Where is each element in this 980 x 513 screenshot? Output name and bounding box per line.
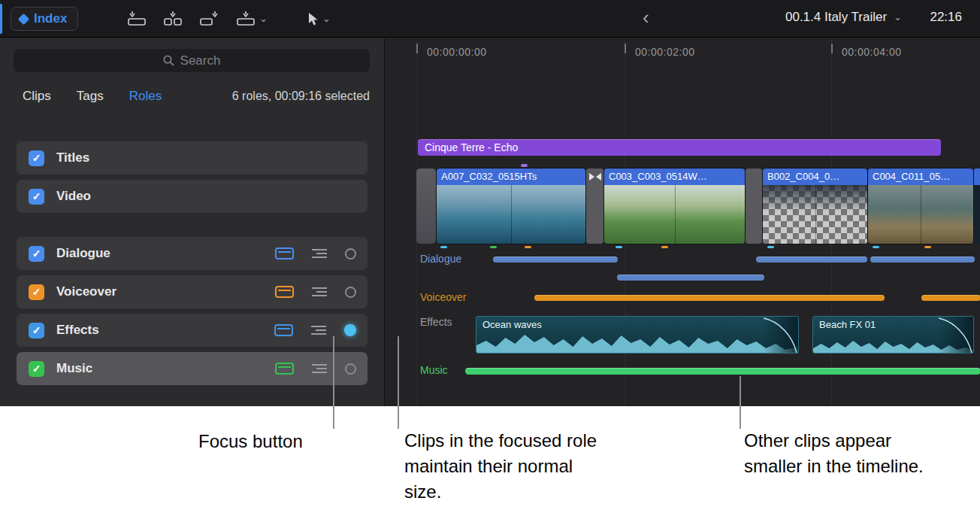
effects-audio-clip[interactable]: Beach FX 01: [812, 316, 974, 354]
chevron-down-icon: ⌄: [259, 15, 268, 23]
append-clip-icon: [199, 11, 219, 26]
role-row-controls: [274, 324, 356, 336]
video-clip[interactable]: C003_C003_0514W…: [604, 168, 745, 244]
role-row-effects[interactable]: ✓ Effects: [17, 314, 368, 347]
chevron-down-icon: ⌄: [322, 15, 331, 23]
timecode-label: 00:00:04:00: [842, 46, 901, 58]
effects-checkbox[interactable]: ✓: [29, 323, 44, 338]
toolbar: Index ⌄ ⌄ ‹: [0, 0, 980, 38]
role-label: Effects: [56, 323, 99, 338]
fade-curve: [939, 317, 973, 354]
video-clip-title: C003_C003_0514W…: [604, 168, 745, 185]
tab-clips[interactable]: Clips: [23, 89, 51, 104]
video-clip-title: C004_C011_05…: [868, 168, 973, 185]
role-row-dialogue[interactable]: ✓ Dialogue: [17, 237, 368, 270]
arrow-cursor-icon: [307, 12, 319, 26]
role-row-titles[interactable]: ✓ Titles: [17, 141, 368, 175]
voiceover-audio-clip[interactable]: [921, 295, 980, 301]
role-row-music[interactable]: ✓ Music: [17, 352, 368, 385]
index-button[interactable]: Index: [11, 7, 78, 31]
ruler-tick: [625, 44, 626, 53]
lane-label-effects: Effects: [420, 316, 452, 328]
search-input[interactable]: Search: [14, 49, 370, 72]
arrow-tool-button[interactable]: ⌄: [299, 8, 338, 29]
dialogue-audio-clip[interactable]: [493, 256, 618, 263]
video-clip[interactable]: B002_C004_0…: [763, 168, 867, 244]
role-label: Titles: [56, 150, 89, 165]
focus-button-active[interactable]: [344, 324, 356, 336]
callout-focused-role: Clips in the focused role maintain their…: [404, 428, 601, 505]
role-dot: [767, 246, 774, 248]
timecode-label: 00:00:02:00: [635, 46, 694, 58]
voiceover-checkbox[interactable]: ✓: [29, 284, 44, 300]
chevron-down-icon: ⌄: [894, 14, 902, 21]
titles-checkbox[interactable]: ✓: [29, 150, 44, 166]
subroles-icon[interactable]: [312, 287, 327, 297]
role-label: Video: [56, 189, 91, 204]
subroles-icon[interactable]: [312, 248, 327, 259]
role-dot: [490, 246, 497, 248]
role-dot: [525, 246, 531, 248]
callout-line: [740, 376, 741, 429]
role-row-controls: [275, 363, 356, 375]
tab-roles[interactable]: Roles: [129, 89, 162, 104]
audio-lanes-icon[interactable]: [274, 324, 293, 336]
video-checkbox[interactable]: ✓: [29, 189, 44, 205]
transition-stub[interactable]: [416, 168, 436, 244]
audio-lanes-icon[interactable]: [275, 247, 294, 260]
role-dot: [616, 246, 622, 248]
callout-line: [333, 336, 334, 429]
role-row-controls: [275, 247, 356, 260]
role-dot: [661, 246, 668, 248]
video-clip[interactable]: A007_C032_0515HTs: [437, 168, 585, 244]
search-icon: [163, 55, 174, 66]
role-label: Music: [56, 361, 92, 376]
role-row-video[interactable]: ✓ Video: [17, 180, 368, 213]
overwrite-clip-button[interactable]: ⌄: [230, 8, 274, 29]
ruler-tick: [416, 44, 418, 53]
timecode-label: 00:00:00:00: [427, 46, 486, 58]
dialogue-audio-clip[interactable]: [756, 256, 867, 263]
connect-clip-button[interactable]: [122, 8, 152, 29]
clock: 22:16: [930, 10, 962, 25]
focus-button[interactable]: [345, 287, 356, 298]
role-label: Voiceover: [56, 284, 116, 299]
dialogue-checkbox[interactable]: ✓: [29, 246, 44, 262]
focus-button[interactable]: [345, 363, 356, 375]
effects-audio-clip[interactable]: Ocean waves: [476, 316, 799, 354]
fade-curve: [764, 317, 798, 354]
role-dot: [873, 246, 879, 248]
edge-highlight: [0, 4, 2, 34]
callout-focus-button: Focus button: [198, 429, 303, 454]
timeline-index-panel: Search Clips Tags Roles 6 roles, 00:09:1…: [0, 38, 384, 406]
lane-label-music: Music: [420, 364, 448, 376]
lane-label-dialogue: Dialogue: [420, 253, 461, 265]
transition-clip[interactable]: [586, 168, 603, 244]
audio-lanes-icon[interactable]: [275, 286, 294, 298]
subroles-icon[interactable]: [311, 325, 326, 335]
append-clip-button[interactable]: [194, 8, 224, 29]
back-chevron-icon[interactable]: ‹: [643, 6, 649, 29]
dialogue-audio-clip[interactable]: [617, 275, 764, 281]
video-clip[interactable]: C004_C011_05…: [868, 168, 973, 244]
transition-icon: [588, 172, 602, 181]
focus-button[interactable]: [345, 248, 356, 260]
insert-clip-button[interactable]: [158, 8, 188, 29]
tab-tags[interactable]: Tags: [77, 89, 104, 104]
callout-other-clips: Other clips appear smaller in the timeli…: [744, 428, 932, 479]
role-dot: [924, 246, 931, 248]
insert-clip-icon: [163, 11, 183, 26]
role-row-voiceover[interactable]: ✓ Voiceover: [17, 275, 368, 308]
clip-marker: [521, 164, 528, 167]
subroles-icon[interactable]: [312, 363, 327, 374]
transition-clip[interactable]: [746, 168, 762, 244]
title-clip[interactable]: Cinque Terre - Echo: [418, 139, 941, 156]
video-clip-edge[interactable]: [974, 168, 980, 244]
lane-label-voiceover: Voiceover: [420, 291, 466, 303]
music-checkbox[interactable]: ✓: [29, 361, 44, 377]
voiceover-audio-clip[interactable]: [534, 295, 885, 301]
audio-lanes-icon[interactable]: [275, 363, 294, 375]
music-audio-clip[interactable]: [465, 368, 980, 375]
dialogue-audio-clip[interactable]: [870, 256, 975, 263]
project-title-menu[interactable]: 00.1.4 Italy Trailer ⌄: [785, 10, 902, 25]
